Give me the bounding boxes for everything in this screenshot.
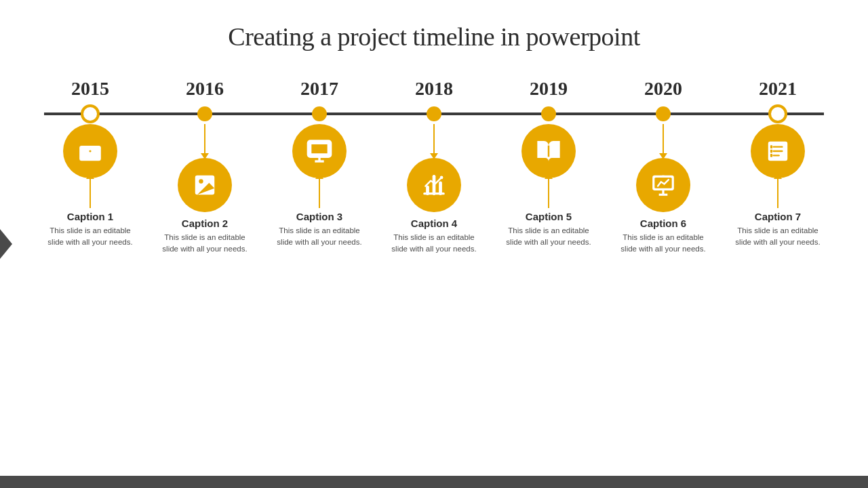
timeline-item-5: Caption 5 This slide is an editable slid… <box>502 124 595 249</box>
arrow-up-1 <box>90 178 91 208</box>
svg-point-3 <box>199 179 203 183</box>
arrow-up-5 <box>548 178 549 208</box>
year-2016: 2016 <box>159 78 251 100</box>
icon-circle-5 <box>521 124 576 178</box>
image-icon <box>192 172 218 198</box>
chart-icon <box>421 172 447 198</box>
briefcase-icon <box>77 138 103 164</box>
svg-rect-23 <box>770 145 772 148</box>
dot-7 <box>732 104 824 123</box>
presentation-icon <box>650 172 676 198</box>
caption-title-4: Caption 4 <box>411 218 457 229</box>
slide-title: Creating a project timeline in powerpoin… <box>0 0 868 52</box>
icon-circle-2 <box>178 158 232 212</box>
dot-5 <box>502 106 595 121</box>
year-2021: 2021 <box>732 78 824 100</box>
svg-rect-25 <box>770 154 772 157</box>
arrow-down-2 <box>204 124 205 154</box>
bottom-bar <box>0 476 868 488</box>
timeline-item-1: Caption 1 This slide is an editable slid… <box>44 124 136 249</box>
dot-1 <box>44 104 136 123</box>
dot-6 <box>617 106 709 121</box>
caption-text-5: This slide is an editable slide with all… <box>502 225 595 249</box>
dot-3 <box>273 106 366 121</box>
timeline-item-2: Caption 2 This slide is an editable slid… <box>159 124 251 256</box>
book-icon <box>535 138 562 165</box>
timeline-item-6: Caption 6 This slide is an editable slid… <box>617 124 709 256</box>
svg-point-12 <box>440 176 443 180</box>
caption-title-1: Caption 1 <box>67 211 113 222</box>
arrow-down-6 <box>663 124 664 154</box>
arrow-down-4 <box>433 124 435 154</box>
timeline-wrapper: 2015 2016 2017 2018 2019 2020 2021 <box>37 78 831 256</box>
caption-title-6: Caption 6 <box>640 218 686 229</box>
caption-text-7: This slide is an editable slide with all… <box>732 225 824 249</box>
year-2020: 2020 <box>617 78 709 100</box>
svg-rect-7 <box>311 143 329 155</box>
year-2017: 2017 <box>273 78 366 100</box>
caption-title-7: Caption 7 <box>755 211 801 222</box>
arrow-up-3 <box>319 178 320 208</box>
year-2019: 2019 <box>502 78 595 100</box>
timeline-track <box>44 104 824 124</box>
caption-text-4: This slide is an editable slide with all… <box>388 232 480 256</box>
icon-circle-3 <box>292 124 347 178</box>
left-accent <box>0 229 12 259</box>
icon-circle-7 <box>751 124 805 178</box>
timeline-item-7: Caption 7 This slide is an editable slid… <box>732 124 824 249</box>
timeline-item-4: Caption 4 This slide is an editable slid… <box>388 124 480 256</box>
dots-row <box>44 104 824 124</box>
year-2018: 2018 <box>388 78 480 100</box>
year-2015: 2015 <box>44 78 136 100</box>
caption-title-5: Caption 5 <box>526 211 572 222</box>
caption-title-3: Caption 3 <box>296 211 342 222</box>
arrow-up-7 <box>777 178 778 208</box>
list-icon <box>765 138 791 164</box>
caption-text-3: This slide is an editable slide with all… <box>273 225 366 249</box>
dot-4 <box>388 106 480 121</box>
icon-circle-4 <box>407 158 461 212</box>
caption-text-2: This slide is an editable slide with all… <box>159 232 251 256</box>
monitor-icon <box>306 138 333 165</box>
dot-2 <box>159 106 251 121</box>
items-container: Caption 1 This slide is an editable slid… <box>37 124 831 256</box>
svg-rect-24 <box>770 150 772 153</box>
icon-circle-6 <box>636 158 690 212</box>
caption-title-2: Caption 2 <box>182 218 228 229</box>
timeline-item-3: Caption 3 This slide is an editable slid… <box>273 124 366 249</box>
svg-rect-0 <box>79 146 101 161</box>
caption-text-1: This slide is an editable slide with all… <box>44 225 136 249</box>
icon-circle-1 <box>63 124 117 178</box>
caption-text-6: This slide is an editable slide with all… <box>617 232 709 256</box>
slide: Creating a project timeline in powerpoin… <box>0 0 868 488</box>
years-row: 2015 2016 2017 2018 2019 2020 2021 <box>37 78 831 100</box>
